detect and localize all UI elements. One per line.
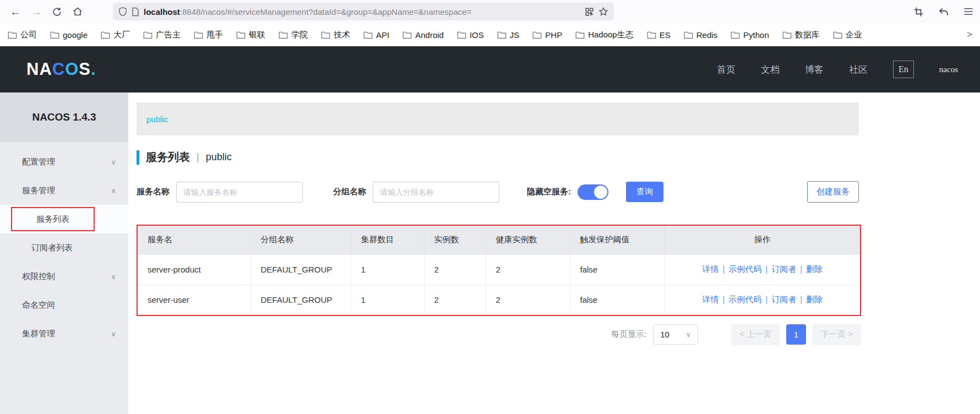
screenshot-crop-icon[interactable] [913,7,924,17]
bookmark-folder[interactable]: JS [497,30,520,40]
back-icon[interactable]: ← [10,6,21,17]
page-title-namespace: public [206,151,232,163]
cell-healthy-count: 2 [486,285,570,315]
cell-cluster-count: 1 [351,285,424,315]
cell-protect-threshold: false [570,254,665,285]
subscriber-link[interactable]: 订阅者 [771,295,796,304]
folder-icon [684,31,693,39]
sidebar-item-service-management[interactable]: 服务管理 ∧ [0,176,128,205]
bookmark-folder[interactable]: Android [402,30,444,40]
folder-icon [731,31,740,39]
nacos-version-label: NACOS 1.4.3 [0,92,128,142]
bookmark-folder[interactable]: 公司 [8,30,37,40]
cell-instance-count: 2 [424,285,486,315]
bookmark-folder[interactable]: 广告主 [143,30,181,40]
sample-code-link[interactable]: 示例代码 [728,295,761,304]
bookmark-folder[interactable]: IOS [457,30,484,40]
hide-empty-service-label: 隐藏空服务: [527,187,571,197]
bookmark-folder[interactable]: 银联 [236,30,265,40]
group-name-input[interactable] [373,182,499,203]
table-header-row: 服务名 分组名称 集群数目 实例数 健康实例数 触发保护阈值 操作 [138,226,860,254]
sidebar-item-subscriber-list[interactable]: 订阅者列表 [0,233,128,262]
bookmark-folder[interactable]: 数据库 [782,30,820,40]
bookmark-folder[interactable]: google [50,30,88,40]
namespace-tab-public[interactable]: public [146,115,168,124]
chevron-down-icon: ∨ [111,330,116,338]
sidebar-item-config-management[interactable]: 配置管理 ∨ [0,148,128,176]
bookmark-folder[interactable]: 学院 [279,30,308,40]
sidebar-item-namespace[interactable]: 命名空间 [0,291,128,319]
bookmark-folder[interactable]: PHP [532,30,562,40]
filter-toolbar: 服务名称 分组名称 隐藏空服务: 查询 创建服务 [137,181,859,203]
sidebar-item-permission-control[interactable]: 权限控制 ∨ [0,262,128,291]
subscriber-link[interactable]: 订阅者 [771,264,796,274]
folder-icon [647,31,656,39]
bookmark-star-icon[interactable] [598,7,608,17]
shield-icon[interactable] [118,7,127,17]
detail-link[interactable]: 详情 [702,295,718,304]
nav-docs[interactable]: 文档 [761,63,780,76]
folder-icon [363,31,373,39]
bookmark-folder[interactable]: 大厂 [101,30,130,40]
sidebar: NACOS 1.4.3 配置管理 ∨ 服务管理 ∧ 服务列表 订阅者列表 权限控… [0,92,128,414]
sidebar-item-cluster-management[interactable]: 集群管理 ∨ [0,319,128,348]
nacos-logo[interactable]: NACOS. [26,59,96,79]
current-page-button[interactable]: 1 [786,324,806,345]
folder-icon [833,31,842,39]
bookmarks-bar: 公司 google 大厂 广告主 甩手 银联 学院 技术 API Android… [0,23,980,46]
create-service-button[interactable]: 创建服务 [807,181,859,203]
nav-community[interactable]: 社区 [849,63,868,76]
cell-service-name: server-user [138,285,251,315]
forward-icon[interactable]: → [31,6,42,17]
bookmarks-overflow-chevron-icon[interactable]: > [967,29,972,40]
menu-icon[interactable] [963,7,973,16]
sidebar-item-service-list[interactable]: 服务列表 [0,205,128,233]
cell-operations: 详情|示例代码|订阅者|删除 [665,254,860,285]
qr-code-icon[interactable] [585,7,594,17]
folder-icon [143,31,153,39]
detail-link[interactable]: 详情 [702,264,718,274]
cell-protect-threshold: false [570,285,665,315]
sample-code-link[interactable]: 示例代码 [728,264,761,274]
page-icon[interactable] [132,7,139,17]
toggle-knob [594,186,607,199]
nav-home[interactable]: 首页 [717,63,736,76]
bookmark-folder[interactable]: Redis [684,30,717,40]
nacos-top-header: NACOS. 首页 文档 博客 社区 En nacos [0,46,980,92]
service-name-input[interactable] [176,182,303,203]
query-button[interactable]: 查询 [626,182,663,202]
folder-icon [782,31,792,39]
language-toggle-button[interactable]: En [893,61,914,78]
folder-icon [575,31,585,39]
bookmark-folder[interactable]: Python [731,30,769,40]
bookmark-folder[interactable]: Hadoop生态 [575,30,634,40]
annotation-red-box: 服务列表 [11,207,95,231]
chevron-down-icon: ∨ [686,330,692,339]
bookmark-folder[interactable]: ES [647,30,671,40]
service-table: 服务名 分组名称 集群数目 实例数 健康实例数 触发保护阈值 操作 server… [138,226,860,315]
bookmark-folder[interactable]: 甩手 [194,30,223,40]
annotation-red-box-table: 服务名 分组名称 集群数目 实例数 健康实例数 触发保护阈值 操作 server… [137,225,861,316]
url-text: localhost:8848/nacos/#/serviceManagement… [144,7,471,17]
col-operations: 操作 [665,226,860,254]
logged-in-username[interactable]: nacos [939,65,958,74]
cell-instance-count: 2 [424,254,486,285]
address-bar[interactable]: localhost:8848/nacos/#/serviceManagement… [113,3,614,20]
reload-icon[interactable] [52,7,62,17]
nav-blog[interactable]: 博客 [805,63,824,76]
next-page-button[interactable]: 下一页 > [813,324,861,345]
bookmark-folder[interactable]: API [363,30,389,40]
table-row: server-product DEFAULT_GROUP 1 2 2 false… [138,254,860,285]
hide-empty-service-toggle[interactable] [578,184,608,200]
bookmark-folder[interactable]: 企业 [833,30,862,40]
page-title: 服务列表 | public [137,150,980,165]
chevron-down-icon: ∨ [111,273,116,281]
prev-page-button[interactable]: < 上一页 [731,324,780,345]
home-icon[interactable] [72,6,83,17]
delete-link[interactable]: 删除 [806,264,823,274]
page-size-select[interactable]: 10 ∨ [653,324,698,345]
bookmark-folder[interactable]: 技术 [321,30,350,40]
cell-healthy-count: 2 [486,254,570,285]
undo-arrow-icon[interactable] [938,7,949,17]
delete-link[interactable]: 删除 [806,295,823,304]
